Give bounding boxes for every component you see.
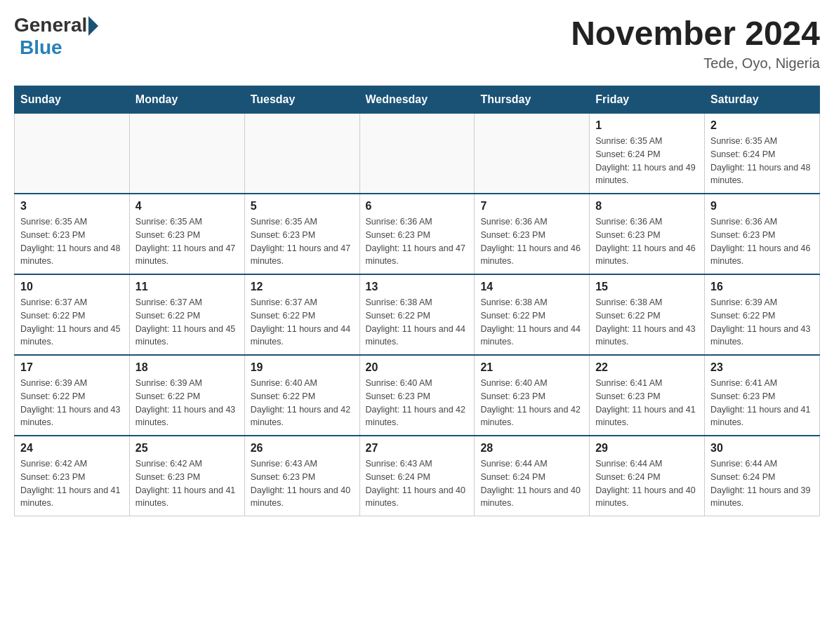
calendar-cell: 15Sunrise: 6:38 AMSunset: 6:22 PMDayligh… <box>590 274 705 355</box>
calendar-cell: 16Sunrise: 6:39 AMSunset: 6:22 PMDayligh… <box>705 274 820 355</box>
day-info: Sunrise: 6:38 AMSunset: 6:22 PMDaylight:… <box>366 296 469 349</box>
day-info: Sunrise: 6:39 AMSunset: 6:22 PMDaylight:… <box>20 377 124 429</box>
calendar-cell: 9Sunrise: 6:36 AMSunset: 6:23 PMDaylight… <box>705 194 820 274</box>
day-number: 4 <box>135 200 239 213</box>
day-info: Sunrise: 6:37 AMSunset: 6:22 PMDaylight:… <box>135 296 239 349</box>
calendar-cell: 22Sunrise: 6:41 AMSunset: 6:23 PMDayligh… <box>590 355 705 436</box>
calendar-cell: 24Sunrise: 6:42 AMSunset: 6:23 PMDayligh… <box>15 436 130 516</box>
calendar-cell: 28Sunrise: 6:44 AMSunset: 6:24 PMDayligh… <box>475 436 590 516</box>
month-title: November 2024 <box>571 14 820 53</box>
day-number: 23 <box>710 361 814 374</box>
calendar-cell: 5Sunrise: 6:35 AMSunset: 6:23 PMDaylight… <box>244 194 359 274</box>
calendar-cell: 4Sunrise: 6:35 AMSunset: 6:23 PMDaylight… <box>129 194 244 274</box>
day-number: 10 <box>20 281 124 293</box>
logo-general-text: General <box>14 14 87 36</box>
day-number: 2 <box>710 119 814 132</box>
day-info: Sunrise: 6:39 AMSunset: 6:22 PMDaylight:… <box>710 296 814 349</box>
day-info: Sunrise: 6:35 AMSunset: 6:24 PMDaylight:… <box>595 135 699 187</box>
calendar-table: SundayMondayTuesdayWednesdayThursdayFrid… <box>14 86 820 516</box>
day-info: Sunrise: 6:40 AMSunset: 6:22 PMDaylight:… <box>251 377 354 429</box>
day-info: Sunrise: 6:35 AMSunset: 6:24 PMDaylight:… <box>710 135 814 187</box>
day-number: 1 <box>595 119 699 132</box>
day-info: Sunrise: 6:42 AMSunset: 6:23 PMDaylight:… <box>20 457 124 510</box>
weekday-header-thursday: Thursday <box>475 86 590 114</box>
calendar-cell: 14Sunrise: 6:38 AMSunset: 6:22 PMDayligh… <box>475 274 590 355</box>
calendar-week-row: 24Sunrise: 6:42 AMSunset: 6:23 PMDayligh… <box>15 436 820 516</box>
day-number: 15 <box>595 281 699 293</box>
day-number: 17 <box>20 361 124 374</box>
weekday-header-friday: Friday <box>590 86 705 114</box>
calendar-cell: 2Sunrise: 6:35 AMSunset: 6:24 PMDaylight… <box>705 114 820 194</box>
calendar-week-row: 1Sunrise: 6:35 AMSunset: 6:24 PMDaylight… <box>15 114 820 194</box>
day-info: Sunrise: 6:37 AMSunset: 6:22 PMDaylight:… <box>20 296 124 349</box>
calendar-cell <box>475 114 590 194</box>
day-number: 19 <box>251 361 354 374</box>
calendar-cell <box>359 114 475 194</box>
calendar-cell: 20Sunrise: 6:40 AMSunset: 6:23 PMDayligh… <box>359 355 475 436</box>
day-number: 8 <box>595 200 699 213</box>
weekday-header-sunday: Sunday <box>15 86 130 114</box>
calendar-week-row: 3Sunrise: 6:35 AMSunset: 6:23 PMDaylight… <box>15 194 820 274</box>
calendar-cell <box>15 114 130 194</box>
logo: General Blue <box>14 14 98 59</box>
day-info: Sunrise: 6:38 AMSunset: 6:22 PMDaylight:… <box>480 296 583 349</box>
day-number: 16 <box>710 281 814 293</box>
location-label: Tede, Oyo, Nigeria <box>571 55 820 72</box>
day-info: Sunrise: 6:40 AMSunset: 6:23 PMDaylight:… <box>480 377 583 429</box>
day-number: 14 <box>480 281 583 293</box>
day-number: 25 <box>135 442 239 455</box>
day-info: Sunrise: 6:37 AMSunset: 6:22 PMDaylight:… <box>251 296 354 349</box>
day-number: 6 <box>366 200 469 213</box>
day-info: Sunrise: 6:44 AMSunset: 6:24 PMDaylight:… <box>595 457 699 510</box>
calendar-cell: 21Sunrise: 6:40 AMSunset: 6:23 PMDayligh… <box>475 355 590 436</box>
weekday-header-wednesday: Wednesday <box>359 86 475 114</box>
calendar-cell: 19Sunrise: 6:40 AMSunset: 6:22 PMDayligh… <box>244 355 359 436</box>
day-number: 11 <box>135 281 239 293</box>
calendar-cell: 30Sunrise: 6:44 AMSunset: 6:24 PMDayligh… <box>705 436 820 516</box>
day-info: Sunrise: 6:36 AMSunset: 6:23 PMDaylight:… <box>710 215 814 268</box>
day-number: 7 <box>480 200 583 213</box>
day-info: Sunrise: 6:43 AMSunset: 6:24 PMDaylight:… <box>366 457 469 510</box>
day-number: 20 <box>366 361 469 374</box>
day-number: 21 <box>480 361 583 374</box>
calendar-cell: 8Sunrise: 6:36 AMSunset: 6:23 PMDaylight… <box>590 194 705 274</box>
day-number: 9 <box>710 200 814 213</box>
day-info: Sunrise: 6:35 AMSunset: 6:23 PMDaylight:… <box>135 215 239 268</box>
logo-triangle-icon <box>88 16 98 36</box>
calendar-cell: 25Sunrise: 6:42 AMSunset: 6:23 PMDayligh… <box>129 436 244 516</box>
calendar-cell: 3Sunrise: 6:35 AMSunset: 6:23 PMDaylight… <box>15 194 130 274</box>
calendar-cell: 23Sunrise: 6:41 AMSunset: 6:23 PMDayligh… <box>705 355 820 436</box>
calendar-week-row: 10Sunrise: 6:37 AMSunset: 6:22 PMDayligh… <box>15 274 820 355</box>
logo-blue-text: Blue <box>20 36 62 58</box>
day-number: 18 <box>135 361 239 374</box>
day-number: 22 <box>595 361 699 374</box>
calendar-cell: 26Sunrise: 6:43 AMSunset: 6:23 PMDayligh… <box>244 436 359 516</box>
day-number: 5 <box>251 200 354 213</box>
calendar-header-row: SundayMondayTuesdayWednesdayThursdayFrid… <box>15 86 820 114</box>
page-header: General Blue November 2024 Tede, Oyo, Ni… <box>14 14 820 72</box>
calendar-cell: 10Sunrise: 6:37 AMSunset: 6:22 PMDayligh… <box>15 274 130 355</box>
day-number: 3 <box>20 200 124 213</box>
calendar-cell: 7Sunrise: 6:36 AMSunset: 6:23 PMDaylight… <box>475 194 590 274</box>
calendar-cell <box>244 114 359 194</box>
day-number: 28 <box>480 442 583 455</box>
calendar-cell: 6Sunrise: 6:36 AMSunset: 6:23 PMDaylight… <box>359 194 475 274</box>
day-info: Sunrise: 6:35 AMSunset: 6:23 PMDaylight:… <box>251 215 354 268</box>
day-info: Sunrise: 6:42 AMSunset: 6:23 PMDaylight:… <box>135 457 239 510</box>
day-number: 12 <box>251 281 354 293</box>
day-info: Sunrise: 6:35 AMSunset: 6:23 PMDaylight:… <box>20 215 124 268</box>
calendar-cell <box>129 114 244 194</box>
calendar-week-row: 17Sunrise: 6:39 AMSunset: 6:22 PMDayligh… <box>15 355 820 436</box>
calendar-cell: 1Sunrise: 6:35 AMSunset: 6:24 PMDaylight… <box>590 114 705 194</box>
calendar-cell: 17Sunrise: 6:39 AMSunset: 6:22 PMDayligh… <box>15 355 130 436</box>
day-info: Sunrise: 6:36 AMSunset: 6:23 PMDaylight:… <box>366 215 469 268</box>
weekday-header-monday: Monday <box>129 86 244 114</box>
day-info: Sunrise: 6:39 AMSunset: 6:22 PMDaylight:… <box>135 377 239 429</box>
day-info: Sunrise: 6:44 AMSunset: 6:24 PMDaylight:… <box>710 457 814 510</box>
day-number: 29 <box>595 442 699 455</box>
day-number: 27 <box>366 442 469 455</box>
title-area: November 2024 Tede, Oyo, Nigeria <box>571 14 820 72</box>
day-number: 24 <box>20 442 124 455</box>
calendar-cell: 11Sunrise: 6:37 AMSunset: 6:22 PMDayligh… <box>129 274 244 355</box>
day-number: 26 <box>251 442 354 455</box>
